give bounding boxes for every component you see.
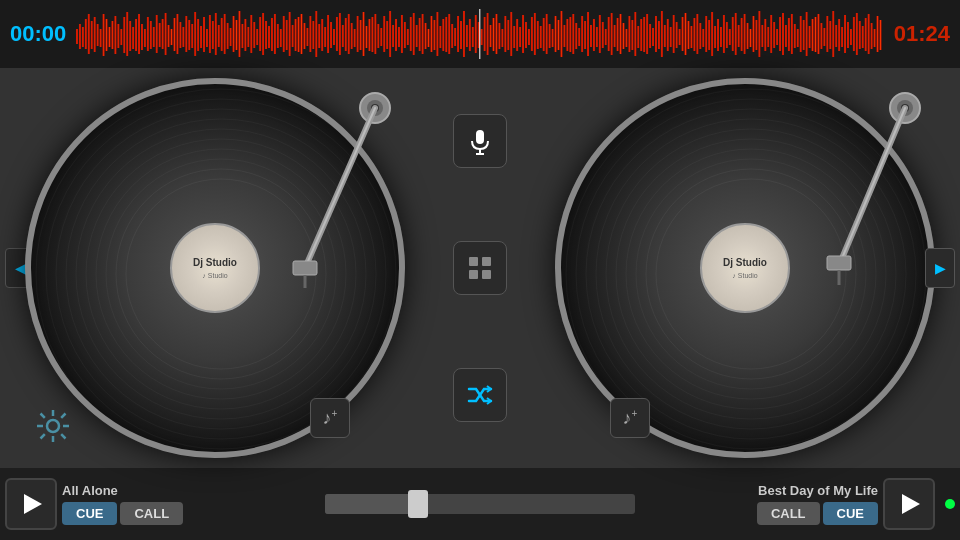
svg-rect-40: [194, 12, 196, 56]
svg-rect-64: [265, 21, 267, 49]
mic-icon: [466, 127, 494, 155]
time-left: 00:00: [0, 21, 76, 47]
tonearm-svg-right: [805, 88, 925, 288]
cue-button-left[interactable]: CUE: [62, 502, 117, 525]
svg-rect-10: [106, 19, 108, 51]
svg-rect-221: [729, 29, 731, 45]
svg-rect-140: [490, 25, 492, 47]
svg-rect-153: [528, 29, 530, 45]
svg-rect-212: [703, 29, 705, 47]
svg-rect-58: [248, 27, 250, 47]
svg-rect-191: [641, 19, 643, 51]
svg-rect-268: [868, 14, 870, 54]
svg-rect-61: [256, 29, 258, 45]
svg-rect-143: [499, 23, 501, 49]
add-music-right-button[interactable]: ♪+: [610, 398, 650, 438]
svg-rect-254: [827, 16, 829, 52]
svg-rect-122: [437, 12, 439, 56]
svg-rect-173: [587, 12, 589, 56]
svg-rect-241: [788, 18, 790, 51]
svg-rect-129: [457, 16, 459, 52]
waveform-bar: 00:00: [0, 0, 960, 68]
settings-icon-svg: [33, 406, 73, 446]
svg-rect-168: [573, 14, 575, 54]
svg-rect-130: [460, 21, 462, 49]
svg-rect-256: [833, 11, 835, 57]
svg-rect-83: [321, 19, 323, 51]
svg-rect-201: [670, 27, 672, 47]
svg-rect-148: [513, 26, 515, 48]
play-icon-left: [24, 494, 42, 514]
svg-rect-207: [688, 21, 690, 49]
svg-rect-135: [475, 15, 477, 53]
svg-rect-22: [141, 24, 143, 50]
svg-rect-78: [307, 28, 309, 46]
add-music-left-button[interactable]: ♪+: [310, 398, 350, 438]
svg-rect-305: [469, 270, 478, 279]
waveform-display[interactable]: [76, 9, 883, 59]
svg-rect-79: [310, 16, 312, 52]
svg-rect-12: [112, 21, 114, 49]
mic-button[interactable]: [453, 114, 507, 168]
call-button-left[interactable]: CALL: [120, 502, 183, 525]
svg-rect-124: [443, 19, 445, 51]
svg-rect-17: [126, 12, 128, 56]
svg-rect-32: [171, 29, 173, 45]
svg-rect-73: [292, 25, 294, 47]
svg-rect-38: [189, 20, 191, 50]
svg-rect-211: [700, 23, 702, 49]
call-button-right[interactable]: CALL: [757, 502, 820, 525]
svg-rect-96: [360, 20, 362, 50]
svg-rect-47: [215, 13, 217, 55]
turntable-left[interactable]: Dj Studio ♪ Studio: [25, 78, 405, 458]
play-button-right[interactable]: [883, 478, 935, 530]
svg-rect-214: [708, 20, 710, 50]
grid-icon: [467, 255, 493, 281]
svg-rect-154: [531, 17, 533, 51]
svg-rect-88: [336, 17, 338, 51]
svg-rect-230: [756, 20, 758, 50]
shuffle-button[interactable]: [453, 368, 507, 422]
svg-rect-9: [103, 14, 105, 56]
svg-rect-195: [652, 28, 654, 46]
svg-rect-179: [605, 29, 607, 45]
vinyl-label-left: Dj Studio ♪ Studio: [193, 256, 237, 280]
svg-rect-202: [673, 15, 675, 53]
turntable-right[interactable]: Dj Studio ♪ Studio ♪+: [555, 78, 935, 458]
svg-rect-203: [676, 22, 678, 48]
svg-rect-23: [144, 29, 146, 47]
svg-rect-55: [239, 11, 241, 57]
cue-button-right[interactable]: CUE: [823, 502, 878, 525]
svg-rect-18: [129, 21, 131, 51]
svg-rect-51: [227, 23, 229, 49]
svg-rect-48: [218, 25, 220, 47]
svg-line-288: [305, 108, 375, 268]
play-button-left[interactable]: [5, 478, 57, 530]
track-name-left: All Alone: [62, 483, 183, 498]
svg-rect-289: [293, 261, 317, 275]
svg-rect-306: [482, 270, 491, 279]
svg-rect-240: [785, 25, 787, 47]
progress-handle[interactable]: [408, 490, 428, 518]
music-note-plus-icon-right: ♪+: [623, 408, 638, 429]
svg-rect-54: [236, 20, 238, 50]
svg-rect-101: [375, 14, 377, 54]
svg-rect-104: [384, 16, 386, 52]
grid-button[interactable]: [453, 241, 507, 295]
arrow-left-icon: ◀: [15, 260, 26, 276]
svg-rect-72: [289, 12, 291, 56]
progress-bar[interactable]: [325, 494, 635, 514]
svg-rect-213: [705, 16, 707, 52]
svg-rect-210: [697, 14, 699, 54]
svg-rect-126: [448, 14, 450, 54]
svg-rect-76: [301, 14, 303, 54]
svg-rect-103: [381, 28, 383, 46]
svg-rect-133: [469, 19, 471, 51]
svg-rect-24: [147, 17, 149, 51]
svg-rect-49: [221, 18, 223, 51]
svg-rect-53: [233, 16, 235, 52]
right-nav-button[interactable]: ▶: [925, 248, 955, 288]
settings-button[interactable]: [30, 403, 75, 448]
svg-rect-71: [286, 20, 288, 50]
svg-rect-192: [643, 17, 645, 52]
